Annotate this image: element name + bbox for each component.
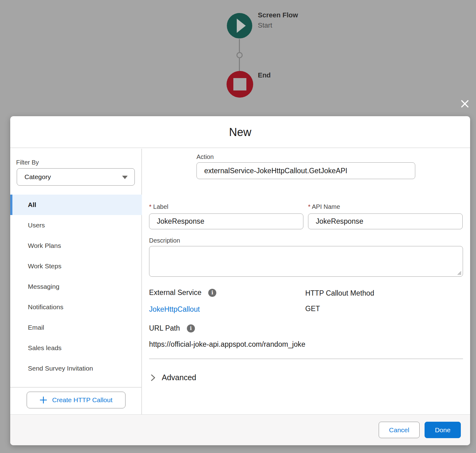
chevron-down-icon (122, 176, 128, 179)
start-node-title: Screen Flow (258, 11, 298, 19)
end-node[interactable] (227, 71, 253, 98)
sidebar-divider (10, 387, 142, 388)
start-node[interactable] (227, 13, 252, 38)
done-button[interactable]: Done (425, 422, 461, 438)
url-path-value: https://official-joke-api.appspot.com/ra… (149, 340, 305, 349)
close-icon[interactable] (461, 99, 469, 108)
category-dropdown[interactable]: Category (17, 168, 135, 186)
url-path-label: URL Path (149, 324, 180, 332)
api-name-value: JokeResponse (316, 217, 363, 226)
http-method-label: HTTP Callout Method (305, 289, 374, 297)
start-node-label: Screen Flow Start (258, 11, 298, 29)
stop-icon (233, 78, 246, 90)
description-label: Description (149, 237, 180, 244)
start-node-subtitle: Start (258, 21, 298, 29)
modal-header: New (10, 116, 470, 148)
sidebar-item-sales-leads[interactable]: Sales leads (10, 338, 142, 358)
external-service-link[interactable]: JokeHttpCallout (149, 305, 200, 314)
info-icon[interactable]: i (187, 324, 195, 332)
connector-line-bottom (239, 58, 240, 71)
info-icon[interactable]: i (208, 289, 216, 297)
filter-by-label: Filter By (16, 159, 39, 166)
chevron-right-icon (150, 374, 156, 381)
sidebar-item-messaging[interactable]: Messaging (10, 276, 142, 297)
advanced-label: Advanced (162, 373, 196, 382)
action-input[interactable]: externalService-JokeHttpCallout.GetJokeA… (196, 162, 415, 179)
api-name-field-label: API Name (308, 203, 340, 210)
sidebar-item-work-steps[interactable]: Work Steps (10, 256, 142, 276)
sidebar-item-work-plans[interactable]: Work Plans (10, 235, 142, 256)
api-name-input[interactable]: JokeResponse (308, 213, 463, 229)
plus-icon (40, 396, 47, 404)
description-textarea[interactable] (149, 246, 463, 277)
sidebar-item-notifications[interactable]: Notifications (10, 297, 142, 317)
label-field-label: Label (149, 203, 168, 210)
action-label: Action (196, 153, 214, 161)
end-node-title: End (258, 71, 271, 79)
connector-add-node[interactable] (236, 52, 243, 58)
http-method-value: GET (305, 305, 320, 313)
sidebar-item-all[interactable]: All (10, 195, 142, 215)
category-list: AllUsersWork PlansWork StepsMessagingNot… (10, 195, 142, 379)
label-value: JokeResponse (157, 217, 204, 226)
action-value: externalService-JokeHttpCallout.GetJokeA… (204, 167, 347, 175)
category-dropdown-value: Category (24, 173, 51, 181)
new-action-modal: New Filter By Category AllUsersWork Plan… (10, 116, 470, 445)
external-service-label: External Service (149, 288, 201, 297)
label-input[interactable]: JokeResponse (149, 213, 303, 229)
end-node-label: End (258, 71, 271, 79)
external-service-row: External Service i (149, 288, 216, 297)
url-path-row: URL Path i (149, 324, 195, 332)
sidebar-item-send-survey-invitation[interactable]: Send Survey Invitation (10, 358, 142, 379)
resize-handle[interactable] (456, 270, 461, 275)
create-http-callout-button[interactable]: Create HTTP Callout (27, 392, 126, 408)
modal-title: New (10, 126, 470, 139)
advanced-section-toggle[interactable]: Advanced (150, 373, 196, 382)
sidebar-item-email[interactable]: Email (10, 317, 142, 338)
modal-footer: Cancel Done (10, 414, 470, 445)
section-divider (149, 358, 463, 359)
connector-line-top (239, 39, 240, 52)
sidebar-item-users[interactable]: Users (10, 215, 142, 235)
create-http-callout-label: Create HTTP Callout (52, 396, 112, 404)
cancel-button[interactable]: Cancel (379, 422, 420, 438)
play-icon (237, 19, 246, 33)
